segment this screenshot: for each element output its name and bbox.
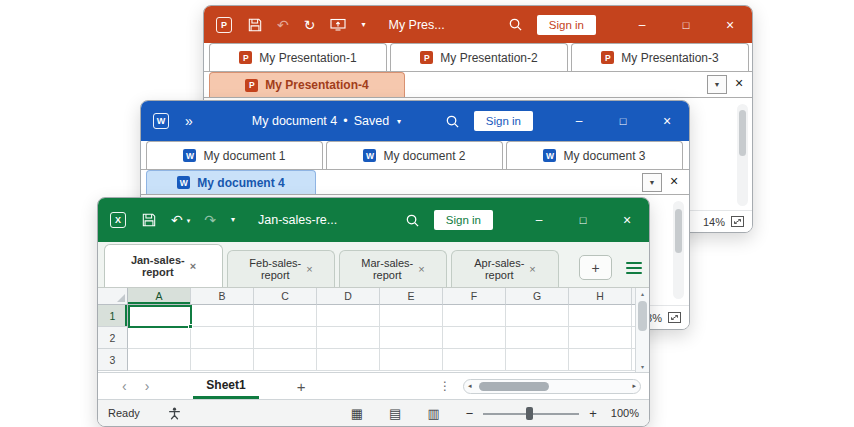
fit-to-window-icon[interactable] [731, 216, 744, 227]
grid-cell[interactable] [317, 305, 380, 327]
sheet-nav-left[interactable]: ‹ [122, 378, 127, 394]
tab-list-dropdown-button[interactable]: ▼ [642, 173, 662, 192]
grid-cell[interactable] [254, 305, 317, 327]
tab-my-document-3[interactable]: W My document 3 [506, 141, 683, 169]
column-header-e[interactable]: E [380, 288, 443, 305]
grid-cell[interactable] [128, 327, 191, 349]
tab-my-presentation-4-active[interactable]: P My Presentation-4 [209, 72, 405, 97]
fill-handle[interactable] [188, 324, 193, 329]
save-icon[interactable] [248, 18, 262, 32]
page-layout-view-icon[interactable]: ▤ [389, 406, 401, 421]
customize-toolbar-chevron-icon[interactable]: ▾ [231, 216, 235, 224]
undo-icon[interactable]: ↶ [171, 213, 183, 227]
close-button[interactable]: × [708, 6, 752, 43]
grid-cell[interactable] [317, 327, 380, 349]
present-icon[interactable] [330, 18, 346, 31]
sheet-nav-right[interactable]: › [145, 378, 150, 394]
close-tab-icon[interactable]: × [190, 260, 196, 272]
select-all-corner[interactable] [98, 288, 128, 305]
tab-my-presentation-1[interactable]: P My Presentation-1 [209, 43, 387, 71]
zoom-out-button[interactable]: − [466, 406, 474, 421]
column-header-g[interactable]: G [506, 288, 569, 305]
accessibility-checker-icon[interactable] [168, 407, 181, 420]
sheet-tab-sheet1[interactable]: Sheet1 [193, 373, 258, 399]
selected-cell-a1[interactable] [128, 305, 192, 328]
close-tab-button[interactable]: × [730, 75, 748, 91]
zoom-in-button[interactable]: + [589, 406, 597, 421]
add-sheet-button[interactable]: + [297, 378, 306, 395]
minimize-button[interactable]: – [557, 101, 601, 141]
scrollbar-thumb[interactable] [675, 209, 682, 253]
redo-icon[interactable]: ↷ [204, 213, 216, 227]
maximize-button[interactable]: □ [664, 6, 708, 43]
quick-access-overflow-icon[interactable]: » [185, 114, 193, 128]
undo-dropdown-icon[interactable]: ▾ [187, 217, 191, 224]
grid-cell[interactable] [506, 327, 569, 349]
grid-cell[interactable] [506, 305, 569, 327]
kebab-menu-icon[interactable]: ⋮ [439, 379, 451, 393]
zoom-level[interactable]: 100% [611, 407, 639, 419]
zoom-slider[interactable] [483, 407, 579, 420]
close-tab-icon[interactable]: × [306, 263, 312, 275]
column-header-d[interactable]: D [317, 288, 380, 305]
column-header-h[interactable]: H [569, 288, 632, 305]
sign-in-button[interactable]: Sign in [537, 15, 596, 35]
page-break-view-icon[interactable]: ▥ [427, 406, 439, 421]
tab-my-presentation-3[interactable]: P My Presentation-3 [571, 43, 749, 71]
tab-list-dropdown-button[interactable]: ▼ [707, 75, 727, 94]
scroll-down-icon[interactable]: ▾ [641, 363, 644, 370]
scrollbar-thumb[interactable] [479, 382, 549, 391]
close-button[interactable]: × [645, 101, 689, 141]
maximize-button[interactable]: □ [601, 101, 645, 141]
workbook-tab-apr-sales-report[interactable]: Apr-sales- report × [451, 250, 559, 287]
row-header-3[interactable]: 3 [98, 349, 128, 371]
grid-cell[interactable] [506, 349, 569, 371]
close-tab-button[interactable]: × [665, 173, 683, 189]
horizontal-scrollbar[interactable]: ◂ ▸ [463, 379, 641, 394]
column-header-c[interactable]: C [254, 288, 317, 305]
document-title-dropdown[interactable]: My document 4 • Saved ▾ [252, 114, 401, 128]
column-header-a[interactable]: A [128, 288, 191, 305]
vertical-scrollbar[interactable]: ▴ ▾ [635, 288, 649, 372]
vertical-scrollbar[interactable] [673, 201, 684, 299]
redo-icon[interactable]: ↻ [304, 18, 316, 32]
grid-cell[interactable] [317, 349, 380, 371]
row-header-2[interactable]: 2 [98, 327, 128, 349]
close-tab-icon[interactable]: × [418, 263, 424, 275]
vertical-scrollbar[interactable] [737, 104, 748, 206]
grid-cell[interactable] [128, 349, 191, 371]
row-header-1[interactable]: 1 [98, 305, 128, 327]
close-button[interactable]: × [605, 198, 649, 242]
grid-cell[interactable] [380, 327, 443, 349]
tab-my-document-1[interactable]: W My document 1 [146, 141, 323, 169]
grid-cell[interactable] [254, 349, 317, 371]
scroll-up-icon[interactable]: ▴ [641, 290, 644, 297]
grid-cell[interactable] [380, 305, 443, 327]
scroll-left-icon[interactable]: ◂ [468, 382, 472, 390]
grid-cell[interactable] [569, 327, 632, 349]
scrollbar-thumb[interactable] [739, 110, 746, 156]
normal-view-icon[interactable]: ▦ [351, 406, 363, 421]
search-icon[interactable] [508, 17, 523, 32]
search-icon[interactable] [405, 213, 420, 228]
slider-thumb[interactable] [526, 407, 533, 420]
save-icon[interactable] [142, 213, 156, 227]
tab-my-presentation-2[interactable]: P My Presentation-2 [390, 43, 568, 71]
column-header-b[interactable]: B [191, 288, 254, 305]
grid-cell[interactable] [443, 349, 506, 371]
customize-toolbar-chevron-icon[interactable]: ▾ [361, 21, 365, 29]
tab-my-document-2[interactable]: W My document 2 [326, 141, 503, 169]
zoom-level[interactable]: 14% [703, 216, 725, 228]
minimize-button[interactable]: – [517, 198, 561, 242]
workbook-tab-jan-sales-report[interactable]: Jan-sales- report × [104, 244, 223, 287]
minimize-button[interactable]: – [620, 6, 664, 43]
scrollbar-thumb[interactable] [638, 301, 647, 331]
workbook-tab-feb-sales-report[interactable]: Feb-sales- report × [227, 250, 335, 287]
grid-cell[interactable] [569, 349, 632, 371]
scroll-right-icon[interactable]: ▸ [632, 382, 636, 390]
add-workbook-tab-button[interactable]: + [579, 255, 612, 280]
fit-to-window-icon[interactable] [668, 312, 681, 323]
workbook-tab-mar-sales-report[interactable]: Mar-sales- report × [339, 250, 447, 287]
search-icon[interactable] [445, 114, 460, 129]
grid-cell[interactable] [191, 305, 254, 327]
